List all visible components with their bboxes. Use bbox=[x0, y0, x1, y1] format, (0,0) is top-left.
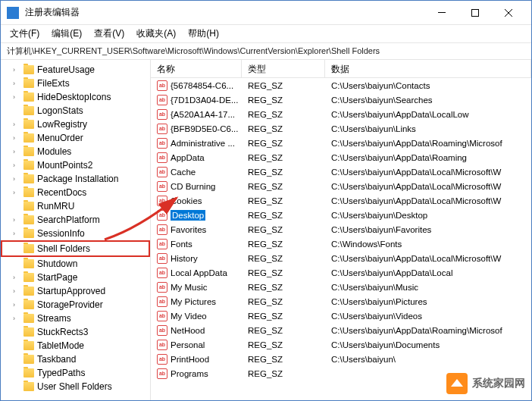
cell-data: C:\Users\baiyun\AppData\Local\Microsoft\… bbox=[325, 196, 531, 205]
chevron-right-icon[interactable]: › bbox=[13, 189, 15, 196]
cell-type: REG_SZ bbox=[242, 81, 325, 90]
tree-item-label: StartupApproved bbox=[37, 286, 105, 296]
tree-item-lowregistry[interactable]: ›LowRegistry bbox=[1, 117, 150, 131]
tree-item-modules[interactable]: ›Modules bbox=[1, 145, 150, 158]
list-row[interactable]: abMy MusicREG_SZC:\Users\baiyun\Music bbox=[151, 280, 531, 294]
tree-item-searchplatform[interactable]: ›SearchPlatform bbox=[1, 213, 150, 227]
tree-item-stuckrects3[interactable]: StuckRects3 bbox=[1, 325, 150, 339]
cell-name: abCookies bbox=[151, 196, 242, 206]
list-row[interactable]: ab{56784854-C6...REG_SZC:\Users\baiyun\C… bbox=[151, 78, 531, 92]
tree-item-startpage[interactable]: ›StartPage bbox=[1, 271, 150, 284]
list-row[interactable]: abCacheREG_SZC:\Users\baiyun\AppData\Loc… bbox=[151, 164, 531, 179]
tree-item-fileexts[interactable]: ›FileExts bbox=[1, 77, 150, 90]
tree-item-mountpoints2[interactable]: ›MountPoints2 bbox=[1, 158, 150, 172]
value-name: Personal bbox=[171, 340, 205, 349]
chevron-right-icon[interactable]: › bbox=[13, 287, 15, 295]
tree-item-storageprovider[interactable]: ›StorageProvider bbox=[1, 298, 150, 312]
cell-name: ab{BFB9D5E0-C6... bbox=[151, 124, 242, 134]
string-value-icon: ab bbox=[157, 167, 167, 177]
menu-edit[interactable]: 编辑(E) bbox=[45, 26, 88, 42]
app-icon bbox=[7, 7, 19, 19]
list-row[interactable]: abLocal AppDataREG_SZC:\Users\baiyun\App… bbox=[151, 265, 531, 280]
tree-item-sessioninfo[interactable]: ›SessionInfo bbox=[1, 227, 150, 240]
tree-item-shell-folders[interactable]: Shell Folders bbox=[1, 240, 150, 257]
cell-type: REG_SZ bbox=[242, 96, 325, 105]
tree-item-menuorder[interactable]: ›MenuOrder bbox=[1, 131, 150, 145]
menu-favorites[interactable]: 收藏夹(A) bbox=[130, 26, 182, 42]
close-button[interactable] bbox=[492, 2, 525, 24]
tree-item-tabletmode[interactable]: TabletMode bbox=[1, 339, 150, 352]
list-row[interactable]: abPrintHoodREG_SZC:\Users\baiyun\ bbox=[151, 352, 531, 366]
cell-type: REG_SZ bbox=[242, 168, 325, 177]
maximize-button[interactable] bbox=[458, 2, 492, 24]
menu-help[interactable]: 帮助(H) bbox=[182, 26, 225, 42]
cell-name: ab{56784854-C6... bbox=[151, 80, 242, 91]
chevron-right-icon[interactable]: › bbox=[13, 216, 15, 224]
menu-view[interactable]: 查看(V) bbox=[88, 26, 130, 42]
value-name: Local AppData bbox=[171, 268, 227, 277]
list-row[interactable]: ab{BFB9D5E0-C6...REG_SZC:\Users\baiyun\L… bbox=[151, 121, 531, 136]
chevron-right-icon[interactable]: › bbox=[13, 315, 15, 322]
window-title: 注册表编辑器 bbox=[25, 6, 425, 19]
tree-item-package-installation[interactable]: ›Package Installation bbox=[1, 172, 150, 186]
cell-type: REG_SZ bbox=[242, 196, 325, 205]
tree-item-runmru[interactable]: RunMRU bbox=[1, 199, 150, 213]
tree-item-label: TabletMode bbox=[37, 340, 84, 351]
tree-item-label: StorageProvider bbox=[37, 299, 103, 310]
list-panel[interactable]: 名称 类型 数据 ab{56784854-C6...REG_SZC:\Users… bbox=[151, 60, 531, 400]
list-row[interactable]: ab{7D1D3A04-DE...REG_SZC:\Users\baiyun\S… bbox=[151, 92, 531, 107]
minimize-icon bbox=[438, 12, 446, 13]
string-value-icon: ab bbox=[157, 80, 167, 91]
chevron-right-icon[interactable]: › bbox=[13, 80, 15, 87]
tree-item-label: StartPage bbox=[37, 272, 77, 283]
tree-item-label: Shell Folders bbox=[37, 243, 90, 254]
chevron-right-icon[interactable]: › bbox=[13, 66, 15, 74]
address-bar[interactable]: 计算机\HKEY_CURRENT_USER\Software\Microsoft… bbox=[1, 43, 531, 60]
list-row[interactable]: abAppDataREG_SZC:\Users\baiyun\AppData\R… bbox=[151, 150, 531, 164]
tree-item-featureusage[interactable]: ›FeatureUsage bbox=[1, 63, 150, 77]
chevron-right-icon[interactable]: › bbox=[13, 148, 15, 155]
column-header-name[interactable]: 名称 bbox=[151, 60, 242, 77]
list-row[interactable]: abPersonalREG_SZC:\Users\baiyun\Document… bbox=[151, 337, 531, 352]
list-row[interactable]: ab{A520A1A4-17...REG_SZC:\Users\baiyun\A… bbox=[151, 107, 531, 121]
list-row[interactable]: abCD BurningREG_SZC:\Users\baiyun\AppDat… bbox=[151, 179, 531, 193]
tree-item-shutdown[interactable]: Shutdown bbox=[1, 257, 150, 271]
tree-item-startupapproved[interactable]: ›StartupApproved bbox=[1, 284, 150, 298]
list-row[interactable]: abHistoryREG_SZC:\Users\baiyun\AppData\L… bbox=[151, 251, 531, 265]
value-name: Programs bbox=[171, 369, 208, 378]
tree-item-taskband[interactable]: Taskband bbox=[1, 352, 150, 366]
list-row[interactable]: abCookiesREG_SZC:\Users\baiyun\AppData\L… bbox=[151, 193, 531, 208]
menu-file[interactable]: 文件(F) bbox=[4, 26, 45, 42]
tree-item-recentdocs[interactable]: ›RecentDocs bbox=[1, 186, 150, 199]
tree-item-typedpaths[interactable]: TypedPaths bbox=[1, 366, 150, 380]
maximize-icon bbox=[471, 9, 479, 17]
chevron-right-icon[interactable]: › bbox=[13, 93, 15, 101]
tree-item-user-shell-folders[interactable]: User Shell Folders bbox=[1, 380, 150, 393]
chevron-right-icon[interactable]: › bbox=[13, 161, 15, 169]
list-row[interactable]: abNetHoodREG_SZC:\Users\baiyun\AppData\R… bbox=[151, 323, 531, 337]
tree-item-streams[interactable]: ›Streams bbox=[1, 312, 150, 325]
folder-icon bbox=[23, 229, 34, 238]
cell-name: abMy Music bbox=[151, 282, 242, 293]
column-header-data[interactable]: 数据 bbox=[325, 60, 531, 77]
chevron-right-icon[interactable]: › bbox=[13, 175, 15, 183]
list-row[interactable]: abFavoritesREG_SZC:\Users\baiyun\Favorit… bbox=[151, 222, 531, 237]
minimize-button[interactable] bbox=[425, 2, 458, 24]
list-row[interactable]: abMy VideoREG_SZC:\Users\baiyun\Videos bbox=[151, 309, 531, 323]
list-row[interactable]: abAdministrative ...REG_SZC:\Users\baiyu… bbox=[151, 136, 531, 150]
chevron-right-icon[interactable]: › bbox=[13, 301, 15, 309]
string-value-icon: ab bbox=[157, 368, 167, 379]
chevron-right-icon[interactable]: › bbox=[13, 274, 15, 281]
list-row[interactable]: abMy PicturesREG_SZC:\Users\baiyun\Pictu… bbox=[151, 294, 531, 309]
tree-item-hidedesktopicons[interactable]: ›HideDesktopIcons bbox=[1, 90, 150, 104]
tree-item-logonstats[interactable]: LogonStats bbox=[1, 104, 150, 117]
value-name: NetHood bbox=[171, 326, 205, 335]
list-row[interactable]: abDesktopREG_SZC:\Users\baiyun\Desktop bbox=[151, 208, 531, 222]
tree-panel[interactable]: ›FeatureUsage›FileExts›HideDesktopIconsL… bbox=[1, 60, 151, 400]
chevron-right-icon[interactable]: › bbox=[13, 134, 15, 142]
list-row[interactable]: abFontsREG_SZC:\Windows\Fonts bbox=[151, 237, 531, 251]
chevron-right-icon[interactable]: › bbox=[13, 121, 15, 128]
chevron-right-icon[interactable]: › bbox=[13, 230, 15, 237]
svg-rect-1 bbox=[472, 9, 479, 16]
column-header-type[interactable]: 类型 bbox=[242, 60, 325, 77]
